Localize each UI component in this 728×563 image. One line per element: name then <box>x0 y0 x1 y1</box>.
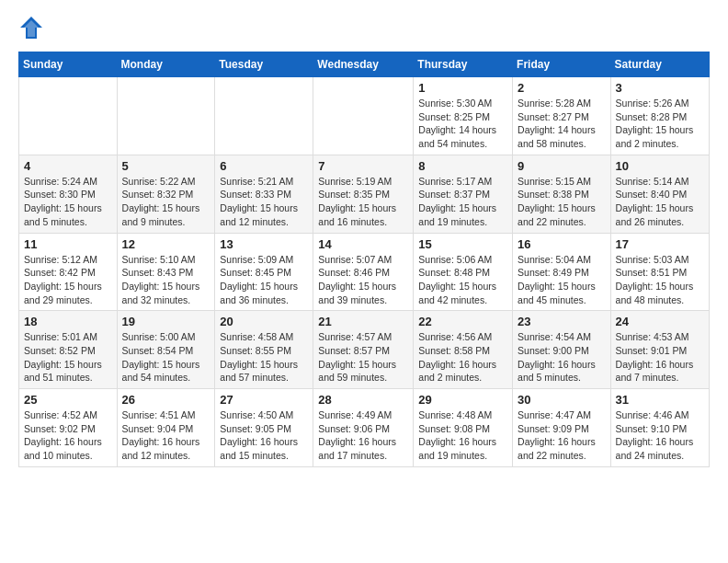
day-number: 15 <box>418 237 507 251</box>
calendar-day-header: Tuesday <box>215 52 313 77</box>
day-number: 28 <box>318 393 408 407</box>
calendar-cell: 1Sunrise: 5:30 AM Sunset: 8:25 PM Daylig… <box>414 77 513 155</box>
day-info: Sunrise: 4:58 AM Sunset: 8:55 PM Dayligh… <box>220 330 308 385</box>
calendar-cell: 9Sunrise: 5:15 AM Sunset: 8:38 PM Daylig… <box>513 155 611 233</box>
calendar-cell: 15Sunrise: 5:06 AM Sunset: 8:48 PM Dayli… <box>414 233 513 311</box>
calendar-cell: 12Sunrise: 5:10 AM Sunset: 8:43 PM Dayli… <box>117 233 215 311</box>
day-number: 9 <box>518 159 606 173</box>
calendar-day-header: Monday <box>117 52 215 77</box>
day-info: Sunrise: 5:01 AM Sunset: 8:52 PM Dayligh… <box>24 330 112 385</box>
calendar-cell: 22Sunrise: 4:56 AM Sunset: 8:58 PM Dayli… <box>414 311 513 389</box>
day-info: Sunrise: 5:22 AM Sunset: 8:32 PM Dayligh… <box>122 175 210 229</box>
day-info: Sunrise: 5:04 AM Sunset: 8:49 PM Dayligh… <box>518 253 606 307</box>
day-info: Sunrise: 5:28 AM Sunset: 8:27 PM Dayligh… <box>518 97 606 151</box>
day-info: Sunrise: 4:46 AM Sunset: 9:10 PM Dayligh… <box>616 408 704 463</box>
calendar-cell: 11Sunrise: 5:12 AM Sunset: 8:42 PM Dayli… <box>19 233 118 311</box>
calendar-cell: 31Sunrise: 4:46 AM Sunset: 9:10 PM Dayli… <box>610 389 709 467</box>
day-number: 12 <box>122 237 210 251</box>
calendar-cell: 8Sunrise: 5:17 AM Sunset: 8:37 PM Daylig… <box>414 155 513 233</box>
day-number: 5 <box>122 159 210 173</box>
calendar-cell: 29Sunrise: 4:48 AM Sunset: 9:08 PM Dayli… <box>414 389 513 467</box>
calendar-cell: 26Sunrise: 4:51 AM Sunset: 9:04 PM Dayli… <box>117 389 215 467</box>
calendar-cell: 19Sunrise: 5:00 AM Sunset: 8:54 PM Dayli… <box>117 311 215 389</box>
calendar-week-row: 25Sunrise: 4:52 AM Sunset: 9:02 PM Dayli… <box>19 389 710 467</box>
calendar-cell <box>313 77 414 155</box>
day-number: 26 <box>122 393 210 407</box>
calendar-day-header: Saturday <box>610 52 709 77</box>
day-number: 18 <box>24 315 112 328</box>
calendar-cell: 17Sunrise: 5:03 AM Sunset: 8:51 PM Dayli… <box>610 233 709 311</box>
calendar-cell: 20Sunrise: 4:58 AM Sunset: 8:55 PM Dayli… <box>215 311 313 389</box>
day-info: Sunrise: 4:53 AM Sunset: 9:01 PM Dayligh… <box>616 330 704 385</box>
day-number: 8 <box>418 159 507 173</box>
calendar-cell: 5Sunrise: 5:22 AM Sunset: 8:32 PM Daylig… <box>117 155 215 233</box>
day-number: 13 <box>220 237 308 251</box>
calendar-cell: 27Sunrise: 4:50 AM Sunset: 9:05 PM Dayli… <box>215 389 313 467</box>
day-number: 19 <box>122 315 210 328</box>
logo-icon <box>18 15 44 40</box>
calendar-cell: 18Sunrise: 5:01 AM Sunset: 8:52 PM Dayli… <box>19 311 118 389</box>
day-info: Sunrise: 4:51 AM Sunset: 9:04 PM Dayligh… <box>122 408 210 463</box>
calendar-cell: 14Sunrise: 5:07 AM Sunset: 8:46 PM Dayli… <box>313 233 414 311</box>
day-number: 27 <box>220 393 308 407</box>
day-info: Sunrise: 5:19 AM Sunset: 8:35 PM Dayligh… <box>318 175 408 229</box>
calendar-cell <box>215 77 313 155</box>
day-info: Sunrise: 4:52 AM Sunset: 9:02 PM Dayligh… <box>24 408 112 463</box>
calendar-cell: 2Sunrise: 5:28 AM Sunset: 8:27 PM Daylig… <box>513 77 611 155</box>
calendar-cell: 10Sunrise: 5:14 AM Sunset: 8:40 PM Dayli… <box>610 155 709 233</box>
calendar-day-header: Thursday <box>414 52 513 77</box>
day-number: 3 <box>616 81 704 95</box>
day-number: 7 <box>318 159 408 173</box>
day-info: Sunrise: 4:49 AM Sunset: 9:06 PM Dayligh… <box>318 408 408 463</box>
day-info: Sunrise: 5:24 AM Sunset: 8:30 PM Dayligh… <box>24 175 112 229</box>
calendar-week-row: 18Sunrise: 5:01 AM Sunset: 8:52 PM Dayli… <box>19 311 710 389</box>
day-info: Sunrise: 4:57 AM Sunset: 8:57 PM Dayligh… <box>318 330 408 385</box>
day-info: Sunrise: 5:03 AM Sunset: 8:51 PM Dayligh… <box>616 253 704 307</box>
day-number: 14 <box>318 237 408 251</box>
day-number: 30 <box>518 393 606 407</box>
day-number: 17 <box>616 237 704 251</box>
day-info: Sunrise: 5:17 AM Sunset: 8:37 PM Dayligh… <box>418 175 507 229</box>
day-number: 23 <box>518 315 606 328</box>
calendar-header-row: SundayMondayTuesdayWednesdayThursdayFrid… <box>19 52 710 77</box>
day-info: Sunrise: 5:06 AM Sunset: 8:48 PM Dayligh… <box>418 253 507 307</box>
calendar-cell: 28Sunrise: 4:49 AM Sunset: 9:06 PM Dayli… <box>313 389 414 467</box>
calendar-table: SundayMondayTuesdayWednesdayThursdayFrid… <box>18 52 710 467</box>
calendar-cell <box>19 77 118 155</box>
day-info: Sunrise: 5:15 AM Sunset: 8:38 PM Dayligh… <box>518 175 606 229</box>
day-info: Sunrise: 4:56 AM Sunset: 8:58 PM Dayligh… <box>418 330 507 385</box>
day-number: 21 <box>318 315 408 328</box>
day-info: Sunrise: 4:50 AM Sunset: 9:05 PM Dayligh… <box>220 408 308 463</box>
day-info: Sunrise: 5:30 AM Sunset: 8:25 PM Dayligh… <box>418 97 507 151</box>
calendar-cell <box>117 77 215 155</box>
day-info: Sunrise: 5:26 AM Sunset: 8:28 PM Dayligh… <box>616 97 704 151</box>
day-number: 4 <box>24 159 112 173</box>
calendar-cell: 4Sunrise: 5:24 AM Sunset: 8:30 PM Daylig… <box>19 155 118 233</box>
day-info: Sunrise: 5:14 AM Sunset: 8:40 PM Dayligh… <box>616 175 704 229</box>
header <box>18 15 710 40</box>
day-info: Sunrise: 5:21 AM Sunset: 8:33 PM Dayligh… <box>220 175 308 229</box>
day-number: 10 <box>616 159 704 173</box>
calendar-cell: 25Sunrise: 4:52 AM Sunset: 9:02 PM Dayli… <box>19 389 118 467</box>
day-number: 22 <box>418 315 507 328</box>
calendar-week-row: 11Sunrise: 5:12 AM Sunset: 8:42 PM Dayli… <box>19 233 710 311</box>
calendar-cell: 21Sunrise: 4:57 AM Sunset: 8:57 PM Dayli… <box>313 311 414 389</box>
calendar-cell: 7Sunrise: 5:19 AM Sunset: 8:35 PM Daylig… <box>313 155 414 233</box>
day-number: 29 <box>418 393 507 407</box>
day-number: 11 <box>24 237 112 251</box>
calendar-cell: 3Sunrise: 5:26 AM Sunset: 8:28 PM Daylig… <box>610 77 709 155</box>
day-number: 6 <box>220 159 308 173</box>
day-info: Sunrise: 5:00 AM Sunset: 8:54 PM Dayligh… <box>122 330 210 385</box>
day-info: Sunrise: 4:54 AM Sunset: 9:00 PM Dayligh… <box>518 330 606 385</box>
day-number: 31 <box>616 393 704 407</box>
calendar-cell: 16Sunrise: 5:04 AM Sunset: 8:49 PM Dayli… <box>513 233 611 311</box>
day-info: Sunrise: 4:47 AM Sunset: 9:09 PM Dayligh… <box>518 408 606 463</box>
calendar-day-header: Friday <box>513 52 611 77</box>
day-number: 2 <box>518 81 606 95</box>
day-info: Sunrise: 5:07 AM Sunset: 8:46 PM Dayligh… <box>318 253 408 307</box>
calendar-cell: 6Sunrise: 5:21 AM Sunset: 8:33 PM Daylig… <box>215 155 313 233</box>
day-info: Sunrise: 5:09 AM Sunset: 8:45 PM Dayligh… <box>220 253 308 307</box>
calendar-cell: 30Sunrise: 4:47 AM Sunset: 9:09 PM Dayli… <box>513 389 611 467</box>
calendar-day-header: Wednesday <box>313 52 414 77</box>
calendar-cell: 13Sunrise: 5:09 AM Sunset: 8:45 PM Dayli… <box>215 233 313 311</box>
